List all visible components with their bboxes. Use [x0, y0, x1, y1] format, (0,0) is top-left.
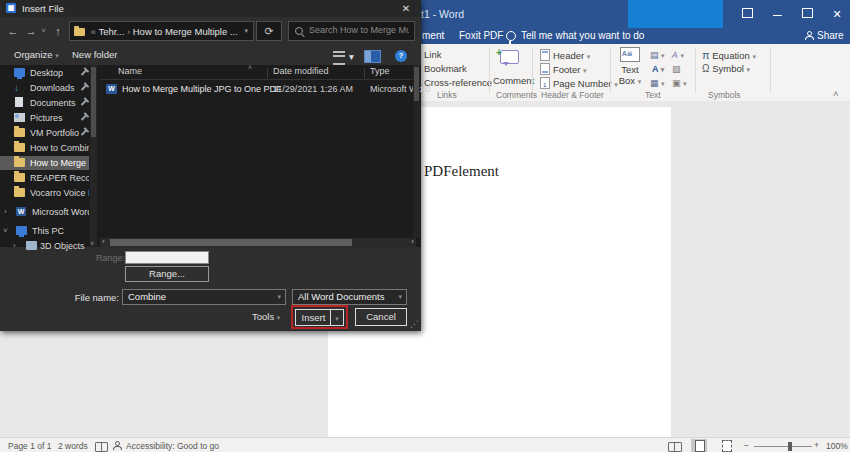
- web-layout-button[interactable]: [722, 440, 732, 452]
- page-number-button[interactable]: Page Number ▾: [540, 77, 618, 89]
- column-separator[interactable]: [267, 68, 268, 78]
- quick-parts-button[interactable]: ▤ ▾: [650, 50, 665, 60]
- refresh-button[interactable]: ⟳: [256, 21, 282, 41]
- search-box[interactable]: [288, 21, 415, 41]
- scroll-down-icon[interactable]: ˅: [90, 240, 94, 247]
- address-bar[interactable]: « Tehr... › How to Merge Multiple ... ▾: [69, 21, 254, 41]
- header-button[interactable]: Header ▾: [540, 49, 590, 61]
- up-button[interactable]: ↑: [50, 22, 66, 40]
- scrollbar-thumb[interactable]: [110, 239, 352, 246]
- zoom-in-button[interactable]: +: [814, 440, 819, 450]
- range-input[interactable]: [125, 251, 209, 264]
- search-input[interactable]: [309, 25, 409, 35]
- change-view-icon[interactable]: [333, 51, 345, 65]
- close-window-button[interactable]: ✕: [824, 0, 850, 28]
- tools-menu[interactable]: Tools ▾: [252, 311, 280, 322]
- column-header-type[interactable]: Type: [370, 66, 390, 76]
- group-separator: [532, 47, 533, 93]
- column-header-date-modified[interactable]: Date modified: [273, 66, 329, 76]
- sidebar-item-vm-portfolio[interactable]: VM Portfolio: [0, 126, 89, 140]
- sidebar-item-downloads[interactable]: ↓Downloads: [0, 81, 89, 95]
- breadcrumb-current[interactable]: How to Merge Multiple ...: [133, 26, 238, 37]
- text-box-button[interactable]: A≣ Text Box ▾: [616, 47, 644, 86]
- scroll-right-icon[interactable]: ›: [411, 237, 414, 246]
- expander-icon[interactable]: ›: [13, 239, 16, 253]
- lightbulb-icon: [506, 31, 516, 41]
- file-type-select[interactable]: All Word Documents ▾: [292, 289, 407, 305]
- read-mode-button[interactable]: [668, 442, 682, 452]
- column-separator[interactable]: [364, 68, 365, 78]
- sidebar-scrollbar[interactable]: ˅: [90, 65, 97, 247]
- page-indicator[interactable]: Page 1 of 1: [8, 441, 51, 451]
- back-button[interactable]: ←: [5, 22, 21, 40]
- sidebar-item-how-to-combine[interactable]: How to Combin: [0, 141, 89, 155]
- help-button[interactable]: ?: [395, 50, 407, 62]
- file-row[interactable]: W How to Merge Multiple JPG to One PDF 1…: [100, 82, 413, 96]
- collapse-ribbon-button[interactable]: ˄: [833, 88, 839, 99]
- minimize-button[interactable]: [764, 0, 790, 28]
- signature-line-button[interactable]: ▨: [672, 64, 681, 74]
- date-time-button[interactable]: ▦ ▾: [650, 78, 665, 88]
- comment-button[interactable]: Comment: [493, 75, 534, 86]
- list-vertical-scrollbar[interactable]: [413, 65, 420, 238]
- sidebar-item-how-to-merge[interactable]: How to Merge M: [0, 156, 89, 170]
- expander-icon[interactable]: ›: [4, 205, 7, 219]
- bookmark-button[interactable]: Bookmark: [424, 63, 467, 74]
- scrollbar-thumb[interactable]: [414, 67, 419, 101]
- insert-split-dropdown[interactable]: ▾: [330, 310, 343, 325]
- resize-grip[interactable]: ⋰: [410, 319, 419, 329]
- organize-menu[interactable]: Organize ▾: [14, 49, 59, 60]
- preview-pane-icon[interactable]: [364, 50, 381, 63]
- range-button[interactable]: Range...: [125, 266, 209, 282]
- tab-pdfelement-fragment[interactable]: ment: [422, 30, 444, 41]
- object-button[interactable]: ▣ ▾: [672, 78, 687, 88]
- breadcrumb-overflow-icon[interactable]: «: [91, 26, 96, 37]
- recent-locations-dropdown[interactable]: ˅: [39, 22, 48, 40]
- equation-button[interactable]: π Equation ▾: [702, 49, 756, 61]
- list-horizontal-scrollbar[interactable]: ‹ ›: [100, 238, 416, 247]
- sidebar-item-pictures[interactable]: Pictures: [0, 111, 89, 125]
- breadcrumb-root[interactable]: Tehr...: [98, 26, 124, 37]
- sidebar-item-this-pc[interactable]: ˅This PC: [0, 224, 89, 238]
- ribbon-display-options-button[interactable]: [734, 0, 760, 28]
- scroll-left-icon[interactable]: ‹: [102, 237, 105, 246]
- link-button[interactable]: Link: [424, 49, 441, 60]
- zoom-slider-track[interactable]: [754, 446, 812, 447]
- sidebar-item-reaper-recordings[interactable]: REAPER Recordi: [0, 171, 89, 185]
- address-dropdown-icon[interactable]: ▾: [244, 27, 248, 35]
- sidebar-item-documents[interactable]: Documents: [0, 96, 89, 110]
- forward-button[interactable]: →: [23, 22, 39, 40]
- sidebar-item-vocarro-voice[interactable]: Vocarro Voice Re: [0, 186, 89, 200]
- sidebar-item-desktop[interactable]: Desktop: [0, 66, 89, 80]
- tell-me-box[interactable]: Tell me what you want to do: [521, 30, 644, 41]
- sidebar-item-3d-objects[interactable]: ›3D Objects: [0, 239, 89, 253]
- pin-icon: [81, 129, 87, 135]
- maximize-button[interactable]: [794, 0, 820, 28]
- column-header-name[interactable]: Name: [118, 66, 142, 76]
- combo-caret-icon[interactable]: ▾: [277, 290, 281, 304]
- cross-reference-button[interactable]: Cross-reference: [424, 77, 492, 88]
- word-count[interactable]: 2 words: [58, 441, 88, 451]
- tab-foxit-pdf[interactable]: Foxit PDF: [459, 30, 503, 41]
- expander-icon[interactable]: ˅: [3, 224, 8, 238]
- footer-button[interactable]: Footer ▾: [540, 63, 587, 75]
- sidebar-item-microsoft-word[interactable]: ›WMicrosoft Word: [0, 205, 89, 219]
- proofing-icon[interactable]: [95, 442, 108, 452]
- zoom-level[interactable]: 100%: [826, 441, 848, 451]
- dialog-close-button[interactable]: ✕: [391, 0, 421, 17]
- drop-cap-button[interactable]: A ▾: [652, 64, 664, 74]
- combo-caret-icon[interactable]: ▾: [398, 290, 402, 304]
- scrollbar-thumb[interactable]: [91, 67, 96, 137]
- zoom-out-button[interactable]: −: [744, 440, 749, 450]
- print-layout-button[interactable]: [695, 440, 705, 452]
- file-name-combobox[interactable]: Combine ▾: [122, 289, 286, 305]
- zoom-slider-thumb[interactable]: [788, 442, 792, 451]
- insert-button[interactable]: Insert ▾: [295, 309, 344, 326]
- new-folder-button[interactable]: New folder: [72, 49, 117, 60]
- cancel-button[interactable]: Cancel: [355, 308, 407, 326]
- symbol-button[interactable]: Ω Symbol ▾: [702, 63, 750, 74]
- accessibility-status[interactable]: Accessibility: Good to go: [126, 441, 219, 451]
- wordart-button[interactable]: A ▾: [672, 50, 684, 60]
- view-dropdown-icon[interactable]: ▾: [349, 51, 354, 62]
- share-button[interactable]: Share: [817, 30, 844, 41]
